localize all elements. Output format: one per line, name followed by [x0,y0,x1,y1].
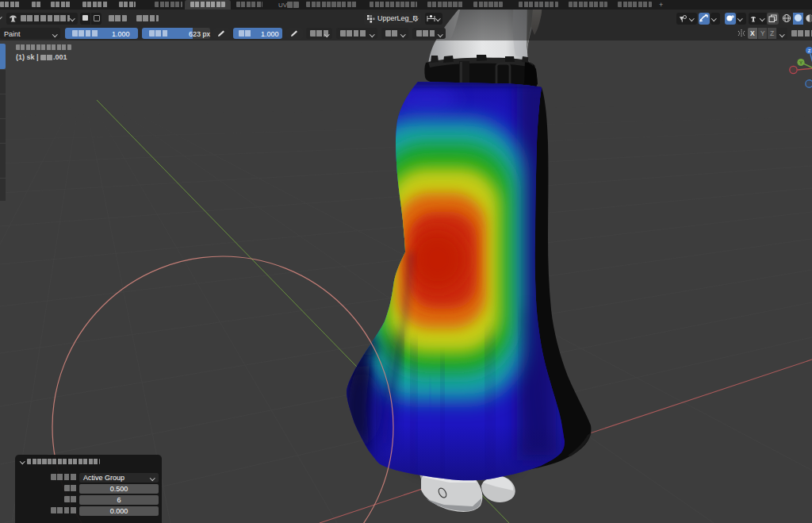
svg-text:Y: Y [799,60,802,65]
svg-text:Z: Z [808,48,811,53]
